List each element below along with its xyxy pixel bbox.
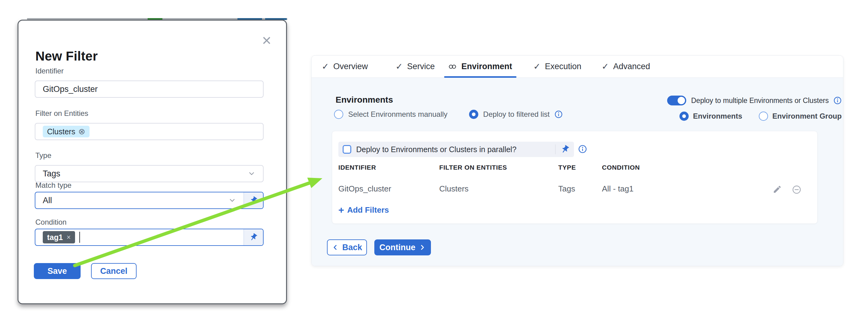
chip-remove-icon[interactable]: ⊗ — [79, 128, 86, 136]
close-icon[interactable]: × — [262, 32, 271, 48]
radio-environment-group[interactable] — [759, 111, 768, 121]
radio-environment-group-label: Environment Group — [772, 112, 841, 121]
check-icon: ✓ — [396, 62, 403, 72]
radio-environments[interactable] — [679, 111, 689, 121]
tab-label: Service — [407, 62, 435, 71]
condition-tag-chip: tag1 × — [43, 231, 75, 243]
tab-environment[interactable]: Environment — [448, 56, 512, 77]
entities-chip-label: Clusters — [47, 127, 75, 136]
row-condition: All - tag1 — [602, 184, 633, 194]
runtime-input-pin-button[interactable] — [244, 192, 263, 208]
radio-select-manually[interactable] — [334, 110, 343, 119]
check-icon: ✓ — [322, 62, 329, 72]
match-type-select[interactable]: All — [35, 192, 264, 209]
pin-icon — [248, 195, 259, 206]
parallel-checkbox-label: Deploy to Environments or Clusters in pa… — [356, 145, 550, 154]
continue-label: Continue — [379, 243, 415, 252]
back-button[interactable]: Back — [327, 239, 367, 255]
tab-label: Overview — [333, 62, 368, 71]
filter-on-entities-label: Filter on Entities — [35, 109, 88, 118]
environment-tab-content: Environments Select Environments manuall… — [312, 78, 843, 266]
multi-env-toggle-row: Deploy to multiple Environments or Clust… — [667, 96, 841, 105]
match-type-label: Match type — [35, 181, 71, 190]
pin-icon[interactable] — [559, 143, 571, 156]
multi-env-toggle[interactable] — [667, 96, 686, 105]
check-icon: ✓ — [601, 62, 609, 72]
radio-environments-label: Environments — [693, 112, 742, 121]
back-label: Back — [342, 243, 362, 252]
environment-icon — [448, 62, 457, 71]
remove-filter-icon[interactable] — [792, 185, 802, 195]
check-icon: ✓ — [533, 62, 540, 72]
divider — [555, 144, 556, 154]
cancel-button[interactable]: Cancel — [91, 263, 136, 279]
info-icon[interactable] — [555, 110, 563, 118]
chevron-down-icon — [228, 196, 236, 204]
filters-card: Deploy to Environments or Clusters in pa… — [332, 131, 817, 224]
tab-overview[interactable]: ✓ Overview — [322, 56, 368, 77]
multi-env-toggle-label: Deploy to multiple Environments or Clust… — [691, 97, 829, 105]
tab-execution[interactable]: ✓ Execution — [533, 56, 581, 77]
match-type-value: All — [43, 196, 52, 205]
identifier-value: GitOps_cluster — [43, 85, 98, 94]
new-filter-modal: × New Filter Identifier GitOps_cluster F… — [18, 20, 287, 304]
info-icon[interactable] — [578, 145, 587, 153]
chevron-down-icon — [248, 170, 256, 177]
tab-label: Execution — [545, 62, 581, 71]
parallel-checkbox-row: Deploy to Environments or Clusters in pa… — [338, 142, 574, 157]
pipeline-stage-panel: ✓ Overview ✓ Service Environment ✓ Execu… — [311, 55, 843, 266]
edit-filter-icon[interactable] — [773, 185, 782, 194]
radio-select-manually-label: Select Environments manually — [348, 110, 447, 119]
col-header-identifier: IDENTIFIER — [338, 164, 376, 171]
chevron-left-icon — [332, 244, 339, 251]
row-entities: Clusters — [439, 184, 468, 194]
identifier-input[interactable]: GitOps_cluster — [35, 80, 264, 98]
pin-icon — [248, 231, 259, 243]
runtime-input-pin-button[interactable] — [244, 229, 263, 245]
text-cursor — [80, 232, 80, 243]
save-button[interactable]: Save — [34, 263, 81, 279]
chip-remove-icon[interactable]: × — [66, 234, 70, 241]
add-filters-button[interactable]: + Add Filters — [338, 205, 389, 215]
environment-mode-radios: Select Environments manually Deploy to f… — [334, 110, 563, 119]
condition-tag-label: tag1 — [47, 233, 63, 242]
toggle-knob — [678, 97, 685, 104]
continue-button[interactable]: Continue — [374, 239, 431, 255]
tab-service[interactable]: ✓ Service — [396, 56, 435, 77]
tab-advanced[interactable]: ✓ Advanced — [601, 56, 650, 77]
condition-input[interactable]: tag1 × — [35, 229, 264, 246]
col-header-condition: CONDITION — [602, 164, 640, 171]
col-header-type: TYPE — [558, 164, 576, 171]
row-type: Tags — [558, 184, 575, 194]
condition-label: Condition — [35, 218, 66, 227]
environments-heading: Environments — [336, 95, 393, 105]
col-header-entities: FILTER ON ENTITIES — [439, 164, 507, 171]
entities-chip: Clusters ⊗ — [43, 126, 90, 137]
modal-title: New Filter — [35, 49, 98, 64]
chevron-right-icon — [419, 244, 426, 251]
info-icon[interactable] — [834, 97, 841, 104]
tab-label: Advanced — [613, 62, 650, 71]
env-or-group-radios: Environments Environment Group — [679, 111, 841, 121]
identifier-label: Identifier — [35, 67, 64, 75]
type-select[interactable]: Tags — [35, 165, 264, 182]
row-identifier: GitOps_cluster — [338, 184, 391, 194]
type-value: Tags — [43, 169, 60, 178]
radio-deploy-filtered-label: Deploy to filtered list — [483, 110, 550, 119]
type-label: Type — [35, 151, 51, 160]
add-filters-label: Add Filters — [347, 205, 389, 215]
filter-on-entities-input[interactable]: Clusters ⊗ — [35, 123, 264, 140]
plus-icon: + — [338, 205, 344, 215]
stage-tab-bar: ✓ Overview ✓ Service Environment ✓ Execu… — [312, 56, 843, 78]
tab-label: Environment — [461, 62, 512, 71]
radio-deploy-filtered[interactable] — [469, 110, 478, 119]
screenshot-root: × New Filter Identifier GitOps_cluster F… — [0, 0, 868, 327]
parallel-checkbox[interactable] — [343, 145, 351, 154]
